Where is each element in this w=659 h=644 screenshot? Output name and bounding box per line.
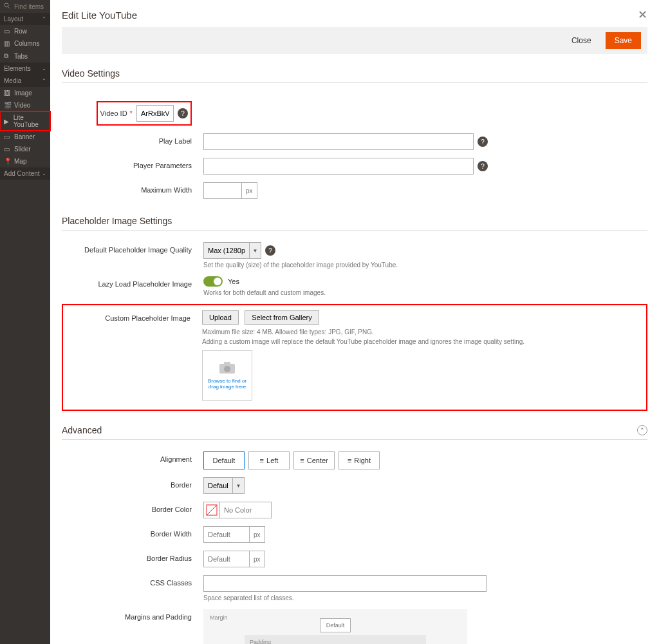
border-width-label: Border Width <box>62 526 203 538</box>
css-label: CSS Classes <box>62 575 203 587</box>
section-layout[interactable]: Layout ⌃ <box>0 13 50 25</box>
sidebar-item-lite-youtube[interactable]: ▶Lite YouTube <box>0 111 50 131</box>
border-color-input[interactable] <box>220 502 272 518</box>
chevron-down-icon[interactable]: ▼ <box>233 477 245 494</box>
border-label: Border <box>62 477 203 489</box>
align-default-button[interactable]: Default <box>203 451 245 469</box>
chevron-down-icon[interactable]: ▼ <box>250 242 261 259</box>
map-pin-icon: 📍 <box>4 158 12 165</box>
quality-label: Default Placeholder Image Quality <box>62 242 203 254</box>
align-left-icon: ≡ <box>260 457 264 464</box>
margin-top-input[interactable] <box>320 618 351 632</box>
section-video-settings: Video Settings <box>62 68 647 83</box>
main-panel: Edit Lite YouTube ✕ Close Save Video Set… <box>50 0 659 644</box>
quality-select[interactable]: Max (1280px) <box>203 242 250 259</box>
sidebar: Find items Layout ⌃ ▭Row ▥Columns ⧉Tabs … <box>0 0 50 644</box>
tabs-icon: ⧉ <box>4 52 12 60</box>
help-icon[interactable]: ? <box>478 137 488 147</box>
sidebar-item-map[interactable]: 📍Map <box>0 155 50 167</box>
select-gallery-button[interactable]: Select from Gallery <box>245 310 319 325</box>
mp-label: Margins and Padding <box>62 609 203 621</box>
row-icon: ▭ <box>4 28 12 35</box>
sidebar-item-columns[interactable]: ▥Columns <box>0 37 50 50</box>
section-add-content[interactable]: Add Content ⌄ <box>0 167 50 180</box>
margin-padding-box: Margin Padding <box>203 609 467 644</box>
slider-icon: ▭ <box>4 146 12 153</box>
close-button[interactable]: Close <box>566 32 597 49</box>
video-id-input[interactable] <box>136 105 174 122</box>
custom-placeholder-box: Custom Placeholder Image Upload Select f… <box>62 304 647 411</box>
upload-button[interactable]: Upload <box>202 310 239 325</box>
svg-point-4 <box>224 366 230 372</box>
section-advanced: Advanced ⌃ <box>62 425 647 440</box>
chevron-up-icon: ⌃ <box>42 16 46 22</box>
help-icon[interactable]: ? <box>478 161 488 171</box>
action-bar: Close Save <box>62 27 647 54</box>
size-hint: Maximum file size: 4 MB. Allowed file ty… <box>202 328 642 336</box>
page-title: Edit Lite YouTube <box>62 10 137 21</box>
required-star: * <box>130 109 133 117</box>
sidebar-item-tabs[interactable]: ⧉Tabs <box>0 50 50 62</box>
chevron-down-icon: ⌄ <box>42 171 46 176</box>
px-unit: px <box>250 551 265 567</box>
padding-label: Padding <box>250 639 271 644</box>
sidebar-item-slider[interactable]: ▭Slider <box>0 143 50 155</box>
section-placeholder: Placeholder Image Settings <box>62 216 647 231</box>
upload-dropzone[interactable]: Browse to find or drag image here <box>202 350 252 401</box>
save-button[interactable]: Save <box>606 32 641 49</box>
video-icon: 🎬 <box>4 102 12 109</box>
custom-label: Custom Placeholder Image <box>67 310 202 322</box>
color-swatch[interactable] <box>203 502 220 518</box>
border-width-input[interactable] <box>203 526 250 543</box>
close-icon[interactable]: ✕ <box>638 8 647 22</box>
px-unit: px <box>250 526 265 543</box>
section-media[interactable]: Media ⌃ <box>0 75 50 87</box>
help-icon[interactable]: ? <box>265 245 275 256</box>
css-hint: Space separated list of classes. <box>203 594 647 601</box>
player-params-label: Player Parameters <box>62 158 203 169</box>
sidebar-item-banner[interactable]: ▭Banner <box>0 131 50 143</box>
lazy-toggle[interactable] <box>203 276 223 287</box>
camera-icon <box>219 361 236 378</box>
lazy-label: Lazy Load Placeholder Image <box>62 276 203 288</box>
replace-hint: Adding a custom image will replace the d… <box>202 338 642 345</box>
search-icon <box>4 3 12 10</box>
align-right-button[interactable]: ≡Right <box>339 451 380 469</box>
alignment-label: Alignment <box>62 451 203 463</box>
sidebar-item-video[interactable]: 🎬Video <box>0 99 50 111</box>
player-params-input[interactable] <box>203 158 474 175</box>
border-color-label: Border Color <box>62 502 203 513</box>
video-id-label: Video ID <box>100 109 127 117</box>
border-select[interactable]: Default <box>203 477 233 494</box>
svg-line-6 <box>207 505 217 515</box>
banner-icon: ▭ <box>4 133 12 140</box>
quality-hint: Set the quality (size) of the placeholde… <box>203 261 647 269</box>
border-radius-label: Border Radius <box>62 551 203 562</box>
align-center-button[interactable]: ≡Center <box>293 451 335 469</box>
sidebar-item-image[interactable]: 🖼Image <box>0 87 50 99</box>
sidebar-search[interactable]: Find items <box>0 0 50 13</box>
browse-text: Browse to find or drag image here <box>203 378 252 390</box>
collapse-icon[interactable]: ⌃ <box>637 425 647 435</box>
align-left-button[interactable]: ≡Left <box>248 451 290 469</box>
help-icon[interactable]: ? <box>178 108 188 118</box>
search-placeholder: Find items <box>14 3 44 10</box>
border-radius-input[interactable] <box>203 551 250 567</box>
max-width-label: Maximum Width <box>62 182 203 194</box>
section-elements[interactable]: Elements ⌄ <box>0 62 50 75</box>
margin-label: Margin <box>210 614 228 621</box>
play-label-input[interactable] <box>203 133 474 150</box>
px-unit: px <box>242 182 257 199</box>
lazy-hint: Works for both default and custom images… <box>203 289 647 296</box>
svg-rect-3 <box>224 362 230 365</box>
lazy-value: Yes <box>228 278 239 285</box>
play-label-label: Play Label <box>62 133 203 145</box>
image-icon: 🖼 <box>4 90 12 97</box>
columns-icon: ▥ <box>4 40 12 47</box>
align-right-icon: ≡ <box>348 457 351 464</box>
sidebar-item-row[interactable]: ▭Row <box>0 25 50 37</box>
chevron-up-icon: ⌃ <box>42 78 46 84</box>
css-input[interactable] <box>203 575 487 592</box>
max-width-input[interactable] <box>203 182 242 199</box>
youtube-icon: ▶ <box>4 118 11 125</box>
